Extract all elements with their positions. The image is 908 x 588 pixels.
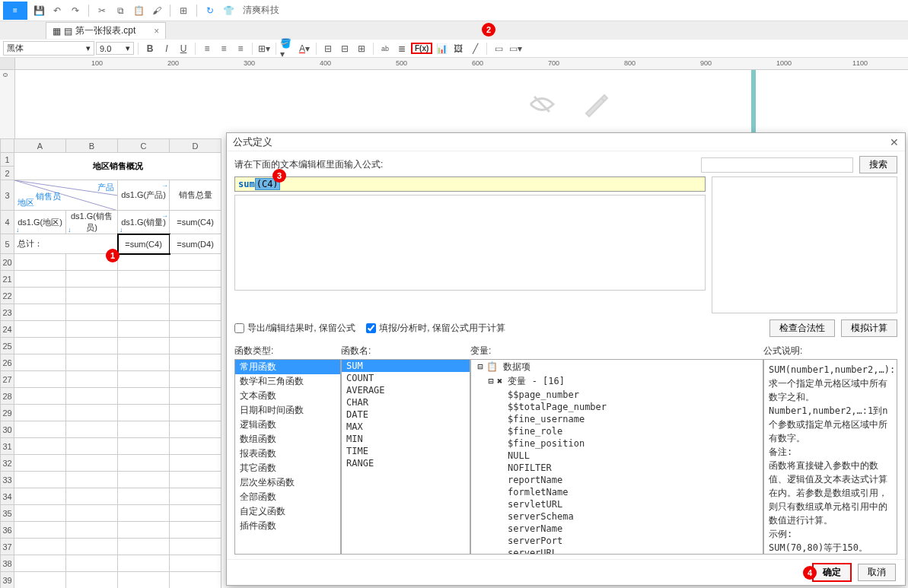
paste-icon[interactable]: 📋	[132, 4, 145, 17]
variable-item[interactable]: formletName	[471, 486, 763, 498]
search-input[interactable]	[701, 157, 853, 173]
format-painter-icon[interactable]: 🖌	[150, 4, 164, 17]
slash-icon[interactable]: ╱	[467, 41, 483, 56]
copy-icon[interactable]: ⧉	[113, 4, 127, 17]
category-item[interactable]: 报表函数	[235, 447, 340, 461]
diagonal-header-cell[interactable]: 产品 销售员 地区	[14, 180, 118, 211]
chart-icon[interactable]: 📊	[434, 41, 449, 56]
row-header-4[interactable]: 4	[1, 211, 14, 234]
category-item[interactable]: 层次坐标函数	[235, 475, 340, 490]
variable-item[interactable]: ⊟✖ 变量 - [16]	[471, 374, 763, 389]
search-button[interactable]: 搜索	[859, 156, 897, 173]
variable-item[interactable]: ⊟📋 数据项	[471, 360, 763, 374]
variable-item[interactable]: $fine_role	[471, 425, 763, 437]
variable-item[interactable]: $fine_username	[471, 413, 763, 425]
image-icon[interactable]: 🖼	[451, 41, 466, 56]
size-select[interactable]: 9.0 ▾	[96, 42, 134, 55]
title-cell[interactable]: 地区销售概况	[14, 153, 221, 180]
ok-button[interactable]: 确定	[812, 563, 852, 582]
merge-icon[interactable]: ⊟	[320, 41, 336, 56]
cell-d5[interactable]: =sum(D4)	[170, 234, 221, 254]
fill-color-icon[interactable]: 🪣▾	[280, 41, 295, 56]
close-tab-icon[interactable]: ×	[154, 26, 159, 37]
text-icon[interactable]: ab	[378, 41, 393, 56]
redo-icon[interactable]: ↷	[68, 4, 82, 17]
tab-report[interactable]: ▦ ▤ 第一张报表.cpt ×	[46, 22, 166, 39]
filter-icon[interactable]: ▭▾	[508, 41, 523, 56]
variable-item[interactable]: $$page_number	[471, 389, 763, 401]
undo-icon[interactable]: ↶	[50, 4, 64, 17]
cell-d3[interactable]: 销售总量	[170, 180, 221, 211]
variable-item[interactable]: servletURL	[471, 498, 763, 510]
category-item[interactable]: 数组函数	[235, 432, 340, 447]
cell-d4[interactable]: =sum(C4)	[170, 211, 221, 234]
row-header-1[interactable]: 1	[1, 153, 14, 167]
split-icon[interactable]: ⊞	[354, 41, 369, 56]
simulate-button[interactable]: 模拟计算	[841, 319, 897, 337]
category-item[interactable]: 逻辑函数	[235, 418, 340, 432]
validate-button[interactable]: 检查合法性	[769, 319, 835, 337]
function-item[interactable]: MAX	[342, 421, 470, 433]
function-item[interactable]: AVERAGE	[342, 384, 470, 396]
col-header-b[interactable]: B	[66, 139, 118, 153]
variable-item[interactable]: serverName	[471, 523, 763, 535]
cell-b4[interactable]: ds1.G(销售员)↓	[66, 211, 118, 234]
font-select[interactable]: 黑体 ▾	[3, 41, 94, 56]
dialog-close-icon[interactable]: ✕	[890, 136, 899, 148]
function-item[interactable]: DATE	[342, 408, 470, 421]
save-icon[interactable]: 💾	[32, 4, 46, 17]
formula-button[interactable]: F(x)	[411, 43, 432, 54]
variable-item[interactable]: $$totalPage_number	[471, 401, 763, 413]
export-checkbox[interactable]: 导出/编辑结果时, 保留公式	[234, 322, 355, 335]
font-color-icon[interactable]: A▾	[297, 41, 312, 56]
category-item[interactable]: 常用函数	[235, 360, 340, 374]
cell-c3[interactable]: ds1.G(产品)→	[118, 180, 170, 211]
category-item[interactable]: 文本函数	[235, 389, 340, 403]
category-item[interactable]: 数学和三角函数	[235, 374, 340, 389]
function-item[interactable]: RANGE	[342, 457, 470, 469]
variable-item[interactable]: NOFILTER	[471, 462, 763, 474]
shirt-icon[interactable]: 👕	[221, 4, 235, 17]
category-item[interactable]: 自定义函数	[235, 504, 340, 519]
align-left-icon[interactable]: ≡	[199, 41, 215, 56]
bold-button[interactable]: B	[142, 41, 158, 56]
category-item[interactable]: 插件函数	[235, 519, 340, 533]
variable-item[interactable]: serverURL	[471, 547, 763, 555]
category-list[interactable]: 常用函数数学和三角函数文本函数日期和时间函数逻辑函数数组函数报表函数其它函数层次…	[234, 359, 341, 555]
refresh-icon[interactable]: ↻	[203, 4, 217, 17]
variable-item[interactable]: $fine_position	[471, 437, 763, 450]
wrap-icon[interactable]: ≣	[394, 41, 409, 56]
underline-button[interactable]: U	[176, 41, 191, 56]
preview-icon[interactable]: ⊞	[177, 4, 190, 17]
cut-icon[interactable]: ✂	[95, 4, 109, 17]
function-list[interactable]: SUMCOUNTAVERAGECHARDATEMAXMINTIMERANGE	[341, 359, 470, 555]
cell-a5[interactable]: 总计：	[14, 234, 118, 254]
align-center-icon[interactable]: ≡	[216, 41, 231, 56]
row-header-3[interactable]: 3	[1, 180, 14, 211]
variable-item[interactable]: serverSchema	[471, 510, 763, 523]
variable-tree[interactable]: ⊟📋 数据项⊟✖ 变量 - [16]$$page_number$$totalPa…	[470, 359, 763, 555]
formula-editor[interactable]: sum(C4)	[234, 176, 706, 192]
function-item[interactable]: TIME	[342, 445, 470, 457]
fill-checkbox[interactable]: 填报/分析时, 保留公式用于计算	[366, 322, 505, 335]
col-header-a[interactable]: A	[14, 139, 66, 153]
category-item[interactable]: 其它函数	[235, 461, 340, 475]
function-item[interactable]: CHAR	[342, 396, 470, 408]
italic-button[interactable]: I	[159, 41, 174, 56]
cell-a4[interactable]: ds1.G(地区)↓	[14, 211, 66, 234]
col-header-d[interactable]: D	[170, 139, 221, 153]
borders-icon[interactable]: ⊞▾	[256, 41, 272, 56]
row-header-5[interactable]: 5	[1, 234, 14, 254]
align-right-icon[interactable]: ≡	[233, 41, 248, 56]
unmerge-icon[interactable]: ⊟	[337, 41, 352, 56]
col-header-c[interactable]: C	[118, 139, 170, 153]
variable-item[interactable]: reportName	[471, 474, 763, 486]
function-item[interactable]: COUNT	[342, 372, 470, 384]
cell-c4[interactable]: ds1.G(销量)→↓	[118, 211, 170, 234]
category-item[interactable]: 日期和时间函数	[235, 403, 340, 418]
widget-icon[interactable]: ▭	[491, 41, 506, 56]
category-item[interactable]: 全部函数	[235, 490, 340, 504]
row-header-2[interactable]: 2	[1, 167, 14, 180]
function-item[interactable]: MIN	[342, 433, 470, 445]
cancel-button[interactable]: 取消	[858, 564, 896, 581]
